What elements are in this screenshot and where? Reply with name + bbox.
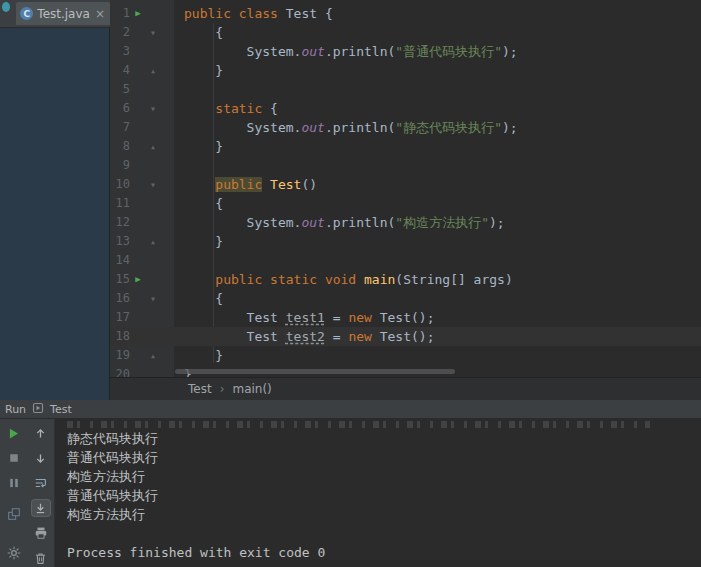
line-number: 15 bbox=[110, 270, 130, 289]
code-text bbox=[160, 80, 184, 99]
editor-line-8[interactable]: 8▴ } bbox=[110, 137, 701, 156]
soft-wrap-button[interactable] bbox=[32, 475, 50, 491]
gutter-icon-slot bbox=[130, 251, 146, 270]
fold-open-icon[interactable]: ▾ bbox=[146, 175, 160, 194]
clear-all-button[interactable] bbox=[32, 550, 50, 566]
fold-slot bbox=[146, 194, 160, 213]
down-stack-trace-button[interactable] bbox=[32, 450, 50, 466]
play-icon bbox=[7, 427, 20, 440]
editor-line-1[interactable]: 1▶public class Test { bbox=[110, 4, 701, 23]
editor-line-17[interactable]: 17 Test test1 = new Test(); bbox=[110, 308, 701, 327]
editor-line-10[interactable]: 10▾ public Test() bbox=[110, 175, 701, 194]
tab-test-java[interactable]: C Test.java × bbox=[16, 2, 110, 25]
breadcrumb-separator-icon: › bbox=[220, 382, 225, 396]
settings-button[interactable] bbox=[5, 545, 23, 561]
project-panel bbox=[0, 28, 110, 401]
gutter-icon-slot bbox=[130, 232, 146, 251]
run-toolbar-primary bbox=[0, 419, 27, 567]
breadcrumb-class[interactable]: Test bbox=[188, 382, 212, 396]
fold-open-icon[interactable]: ▾ bbox=[146, 289, 160, 308]
stop-icon bbox=[8, 452, 20, 464]
editor-line-16[interactable]: 16▾ { bbox=[110, 289, 701, 308]
editor-line-3[interactable]: 3 System.out.println("普通代码块执行"); bbox=[110, 42, 701, 61]
gutter-icon-slot bbox=[130, 327, 146, 346]
run-line-icon[interactable]: ▶ bbox=[130, 4, 146, 23]
run-line-icon[interactable]: ▶ bbox=[130, 270, 146, 289]
editor-line-6[interactable]: 6▾ static { bbox=[110, 99, 701, 118]
horizontal-scrollbar[interactable] bbox=[175, 369, 455, 374]
console-output[interactable]: 静态代码块执行普通代码块执行构造方法执行普通代码块执行构造方法执行 Proces… bbox=[55, 419, 701, 567]
code-text: System.out.println("普通代码块执行"); bbox=[160, 42, 518, 61]
print-button[interactable] bbox=[32, 525, 50, 541]
fold-close-icon[interactable]: ▴ bbox=[146, 346, 160, 365]
code-text: { bbox=[160, 194, 223, 213]
code-text: } bbox=[160, 346, 223, 365]
fold-slot bbox=[146, 156, 160, 175]
line-number: 17 bbox=[110, 308, 130, 327]
run-tab-test[interactable]: Test bbox=[50, 403, 72, 416]
soft-wrap-icon bbox=[34, 476, 48, 490]
output-lines: 静态代码块执行普通代码块执行构造方法执行普通代码块执行构造方法执行 Proces… bbox=[67, 429, 701, 562]
run-panel-header: Run Test bbox=[0, 400, 701, 419]
editor-line-5[interactable]: 5 bbox=[110, 80, 701, 99]
line-number: 4 bbox=[110, 61, 130, 80]
arrow-down-icon bbox=[34, 452, 47, 465]
editor-line-4[interactable]: 4▴ } bbox=[110, 61, 701, 80]
fold-close-icon[interactable]: ▴ bbox=[146, 232, 160, 251]
gutter-icon-slot bbox=[130, 137, 146, 156]
fold-close-icon[interactable]: ▴ bbox=[146, 61, 160, 80]
stop-button[interactable] bbox=[5, 450, 23, 466]
fold-slot bbox=[146, 118, 160, 137]
gear-icon bbox=[7, 546, 21, 560]
fold-slot bbox=[146, 308, 160, 327]
code-text: public Test() bbox=[160, 175, 317, 194]
line-number: 9 bbox=[110, 156, 130, 175]
code-text: public static void main(String[] args) bbox=[160, 270, 513, 289]
gutter-icon-slot bbox=[130, 80, 146, 99]
editor-line-2[interactable]: 2▾ { bbox=[110, 23, 701, 42]
editor-line-12[interactable]: 12 System.out.println("构造方法执行"); bbox=[110, 213, 701, 232]
line-number: 6 bbox=[110, 99, 130, 118]
fold-open-icon[interactable]: ▾ bbox=[146, 99, 160, 118]
fold-open-icon[interactable]: ▾ bbox=[146, 23, 160, 42]
tool-window-tabbar: C Test.java × bbox=[0, 0, 110, 28]
line-number: 19 bbox=[110, 346, 130, 365]
app-icon[interactable] bbox=[2, 2, 10, 12]
code-text: System.out.println("构造方法执行"); bbox=[160, 213, 505, 232]
code-editor[interactable]: 1▶public class Test {2▾ {3 System.out.pr… bbox=[110, 0, 701, 377]
editor-line-9[interactable]: 9 bbox=[110, 156, 701, 175]
editor-line-7[interactable]: 7 System.out.println("静态代码块执行"); bbox=[110, 118, 701, 137]
editor-line-18[interactable]: 18 Test test2 = new Test(); bbox=[110, 327, 701, 346]
restore-layout-button[interactable] bbox=[5, 506, 23, 522]
close-icon[interactable]: × bbox=[95, 7, 105, 21]
gutter-icon-slot bbox=[130, 213, 146, 232]
code-text: } bbox=[160, 232, 223, 251]
fold-close-icon[interactable]: ▴ bbox=[146, 137, 160, 156]
console-line: 静态代码块执行 bbox=[67, 429, 701, 448]
gutter-icon-slot bbox=[130, 23, 146, 42]
fold-slot bbox=[146, 327, 160, 346]
pause-output-button[interactable] bbox=[5, 475, 23, 491]
editor-line-14[interactable]: 14 bbox=[110, 251, 701, 270]
editor-line-19[interactable]: 19▴ } bbox=[110, 346, 701, 365]
editor-line-15[interactable]: 15▶ public static void main(String[] arg… bbox=[110, 270, 701, 289]
rerun-button[interactable] bbox=[5, 425, 23, 441]
editor-line-13[interactable]: 13▴ } bbox=[110, 232, 701, 251]
trash-icon bbox=[34, 552, 47, 565]
editor-line-11[interactable]: 11 { bbox=[110, 194, 701, 213]
gutter-icon-slot bbox=[130, 308, 146, 327]
console-line: 普通代码块执行 bbox=[67, 448, 701, 467]
breadcrumb-method[interactable]: main() bbox=[232, 382, 271, 396]
console-line: 构造方法执行 bbox=[67, 505, 701, 524]
line-number: 13 bbox=[110, 232, 130, 251]
line-number: 20 bbox=[110, 365, 130, 377]
gutter-icon-slot bbox=[130, 175, 146, 194]
gutter-icon-slot bbox=[130, 61, 146, 80]
fold-slot bbox=[146, 213, 160, 232]
run-tool-window: Run Test 静态代码块执行普通代码块执行构造方法执行普通代码块执行构造方法… bbox=[0, 400, 701, 567]
gutter-icon-slot bbox=[130, 289, 146, 308]
scroll-to-end-button[interactable] bbox=[32, 500, 50, 516]
line-number: 8 bbox=[110, 137, 130, 156]
run-toolbar-secondary bbox=[27, 419, 55, 567]
up-stack-trace-button[interactable] bbox=[32, 425, 50, 441]
